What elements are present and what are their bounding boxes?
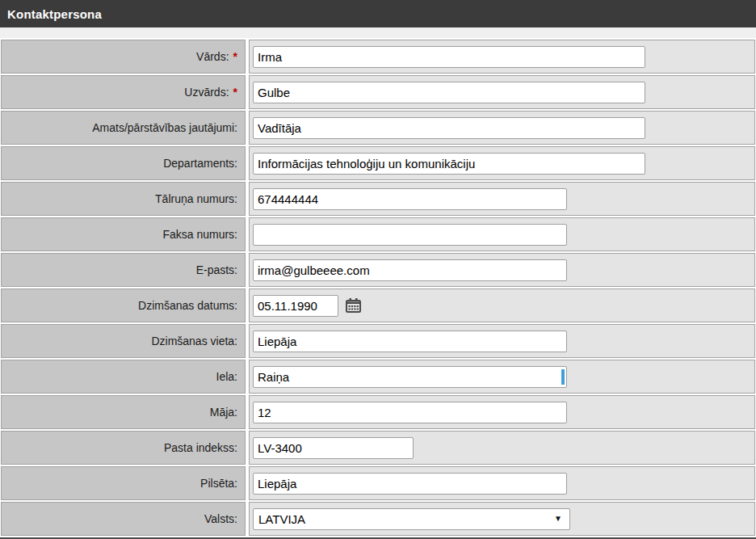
field-label-cell: Māja: <box>1 395 246 429</box>
dzimsanas-datums-input[interactable] <box>253 295 338 317</box>
faksa-numurs-input[interactable] <box>253 224 567 246</box>
vards-input[interactable] <box>253 46 645 68</box>
uzvards-input[interactable] <box>253 82 645 103</box>
field-label: Tālruņa numurs: <box>155 192 237 205</box>
field-label: Faksa numurs: <box>162 228 237 241</box>
field-label-cell: Pilsēta: <box>1 466 246 500</box>
iela-input[interactable] <box>253 366 567 388</box>
field-value-cell <box>249 466 755 500</box>
field-label: E-pasts: <box>196 263 237 276</box>
select-value: LATVIJA <box>258 512 305 526</box>
field-label: Uzvārds: <box>184 86 229 99</box>
page-title: Kontaktpersona <box>7 7 102 21</box>
field-value-cell <box>249 217 755 251</box>
field-value-cell <box>249 324 755 358</box>
field-label-cell: Departaments: <box>1 146 246 180</box>
field-value-cell <box>249 111 755 145</box>
field-label: Dzimšanas datums: <box>138 299 237 312</box>
field-label: Dzimšanas vieta: <box>151 335 237 347</box>
field-value-cell <box>249 360 755 394</box>
field-label: Pilsēta: <box>200 477 237 490</box>
field-value-cell <box>249 395 755 429</box>
form-row: Vārds:* <box>1 40 755 74</box>
field-label-cell: E-pasts: <box>1 253 246 287</box>
kontaktpersona-form: Kontaktpersona Vārds:*Uzvārds:*Amats/pār… <box>0 0 756 539</box>
field-label: Pasta indekss: <box>164 441 237 454</box>
field-label: Departaments: <box>163 157 237 170</box>
form-row: Dzimšanas datums: <box>1 288 755 322</box>
field-label-cell: Uzvārds:* <box>1 75 246 109</box>
text-cursor <box>561 369 565 385</box>
field-value-cell <box>249 146 755 180</box>
field-label-cell: Iela: <box>1 360 246 394</box>
pilseta-input[interactable] <box>253 473 567 495</box>
valsts-select[interactable]: LATVIJA▼ <box>253 508 570 530</box>
field-value-cell <box>249 75 755 109</box>
form-row: Pasta indekss: <box>1 431 755 465</box>
field-label-cell: Tālruņa numurs: <box>1 182 246 216</box>
field-label-cell: Dzimšanas vieta: <box>1 324 246 358</box>
form-row: Tālruņa numurs: <box>1 182 755 216</box>
field-label-cell: Faksa numurs: <box>1 217 246 251</box>
header-spacer <box>0 27 756 38</box>
form-row: Dzimšanas vieta: <box>1 324 755 358</box>
calendar-icon[interactable] <box>346 298 361 313</box>
form-row: Valsts:LATVIJA▼ <box>1 502 755 536</box>
field-value-cell <box>249 182 755 216</box>
field-label-cell: Vārds:* <box>1 40 246 74</box>
form-row: Departaments: <box>1 146 755 180</box>
talruna-numurs-input[interactable] <box>253 188 567 210</box>
amats-input[interactable] <box>253 117 645 139</box>
maja-input[interactable] <box>253 402 567 423</box>
e-pasts-input[interactable] <box>253 259 567 281</box>
field-label-cell: Dzimšanas datums: <box>1 288 246 322</box>
section-header: Kontaktpersona <box>0 0 756 27</box>
field-value-cell <box>249 40 755 74</box>
dzimsanas-vieta-input[interactable] <box>253 331 567 352</box>
field-value-cell: LATVIJA▼ <box>249 502 755 536</box>
form-rows: Vārds:*Uzvārds:*Amats/pārstāvības jautāj… <box>0 40 756 536</box>
chevron-down-icon: ▼ <box>554 515 562 523</box>
required-asterisk: * <box>233 50 237 63</box>
field-label: Vārds: <box>196 50 229 63</box>
pasta-indekss-input[interactable] <box>253 437 414 459</box>
form-row: Pilsēta: <box>1 466 755 500</box>
departaments-input[interactable] <box>253 153 645 175</box>
field-label: Amats/pārstāvības jautājumi: <box>92 121 237 134</box>
form-row: E-pasts: <box>1 253 755 287</box>
form-row: Amats/pārstāvības jautājumi: <box>1 111 755 145</box>
field-value-cell <box>249 288 755 322</box>
field-value-cell <box>249 253 755 287</box>
field-label: Māja: <box>210 406 237 419</box>
required-asterisk: * <box>233 86 237 99</box>
form-row: Iela: <box>1 360 755 394</box>
field-label: Iela: <box>216 370 237 383</box>
field-label-cell: Amats/pārstāvības jautājumi: <box>1 111 246 145</box>
form-row: Faksa numurs: <box>1 217 755 251</box>
field-label: Valsts: <box>204 512 237 525</box>
form-row: Uzvārds:* <box>1 75 755 109</box>
field-value-cell <box>249 431 755 465</box>
field-label-cell: Valsts: <box>1 502 246 536</box>
form-row: Māja: <box>1 395 755 429</box>
field-label-cell: Pasta indekss: <box>1 431 246 465</box>
